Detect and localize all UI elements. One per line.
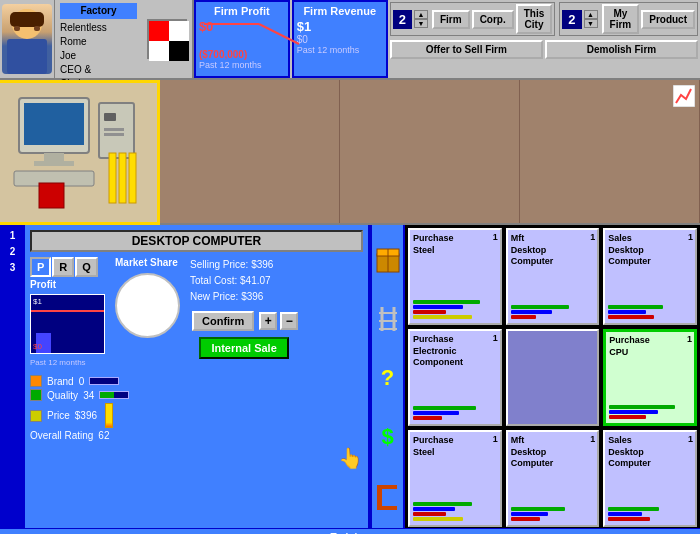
minus-btn[interactable]: − bbox=[280, 312, 298, 330]
bar-blue-3 bbox=[608, 310, 646, 314]
svg-rect-21 bbox=[109, 153, 116, 203]
flow-card-7[interactable]: 1 PurchaseSteel bbox=[408, 430, 502, 527]
flow-card-3-num: 1 bbox=[688, 232, 693, 242]
bar-yellow-1 bbox=[413, 315, 472, 319]
internal-sale-btn[interactable]: Internal Sale bbox=[199, 337, 288, 359]
total-cost-val: $41.07 bbox=[240, 275, 271, 286]
selling-price-val: $396 bbox=[251, 259, 273, 270]
svg-rect-23 bbox=[129, 153, 136, 203]
bar-red-3 bbox=[608, 315, 654, 319]
firm-profit-label: Firm Profit bbox=[199, 5, 285, 17]
flow-card-9-title: SalesDesktopComputer bbox=[608, 435, 692, 470]
price-val: $396 bbox=[75, 410, 97, 421]
hand-icon: 👆 bbox=[30, 446, 363, 470]
bar-red-2 bbox=[511, 315, 536, 319]
btn-corp[interactable]: Corp. bbox=[472, 10, 514, 29]
quality-bar bbox=[100, 392, 114, 398]
flow-card-5 bbox=[506, 329, 600, 426]
scaffold-icon bbox=[374, 305, 402, 333]
tab-q[interactable]: Q bbox=[75, 257, 98, 277]
bar-blue-7 bbox=[413, 507, 455, 511]
profit-chart: $1 $0 bbox=[30, 294, 105, 354]
confirm-btn[interactable]: Confirm bbox=[192, 311, 254, 331]
profit-label: Profit bbox=[30, 279, 105, 290]
svg-rect-8 bbox=[149, 41, 169, 61]
middle-icons: ? $ bbox=[370, 225, 405, 530]
factory-image bbox=[0, 80, 160, 225]
tab-p[interactable]: P bbox=[30, 257, 51, 277]
demolish-btn[interactable]: Demolish Firm bbox=[545, 40, 698, 59]
factory-view bbox=[0, 80, 700, 225]
firm-profit-amount: $0 bbox=[199, 19, 213, 34]
flow-card-8[interactable]: 1 MftDesktopComputer bbox=[506, 430, 600, 527]
chart-icon[interactable] bbox=[673, 85, 695, 109]
bar-blue-8 bbox=[511, 512, 549, 516]
btn-firm[interactable]: Firm bbox=[432, 10, 470, 29]
overall-label: Overall Rating bbox=[30, 430, 93, 441]
counter2-down[interactable]: ▼ bbox=[584, 19, 598, 28]
training-section: Training bbox=[0, 528, 700, 534]
flow-card-1-title: PurchaseSteel bbox=[413, 233, 497, 256]
flow-card-4[interactable]: 1 PurchaseElectronicComponent bbox=[408, 329, 502, 426]
pie-chart bbox=[115, 273, 180, 338]
brand-bar-container bbox=[89, 377, 119, 385]
bar-blue-6 bbox=[609, 410, 658, 414]
svg-rect-35 bbox=[377, 485, 397, 489]
svg-rect-2 bbox=[10, 12, 44, 27]
brand-color bbox=[30, 375, 42, 387]
selling-info: Selling Price: $396 Total Cost: $41.07 N… bbox=[190, 257, 298, 362]
factory-logo bbox=[142, 0, 192, 78]
question-icon[interactable]: ? bbox=[374, 364, 402, 392]
flow-cards-grid: 1 PurchaseSteel 1 MftDesktopComputer bbox=[405, 225, 700, 530]
firm-profit-panel: Firm Profit $0 ($700,000) Past 12 months bbox=[194, 0, 290, 78]
flow-card-9[interactable]: 1 SalesDesktopComputer bbox=[603, 430, 697, 527]
bar-red-8 bbox=[511, 517, 540, 521]
packages-icon bbox=[374, 246, 402, 274]
chart-top-val: $1 bbox=[33, 297, 42, 306]
dollar-icon[interactable]: $ bbox=[374, 423, 402, 451]
plus-btn[interactable]: + bbox=[259, 312, 277, 330]
market-share-section: Market Share bbox=[115, 257, 180, 343]
flow-card-2-bars bbox=[511, 304, 595, 320]
total-cost-label: Total Cost: bbox=[190, 275, 237, 286]
factory-info: Factory Relentless Rome Joe CEO & Chairm… bbox=[55, 0, 142, 78]
bar-red-9 bbox=[608, 517, 650, 521]
flow-card-1[interactable]: 1 PurchaseSteel bbox=[408, 228, 502, 325]
btn-this-city[interactable]: This City bbox=[516, 4, 553, 34]
price-row: Price $396 bbox=[30, 403, 363, 428]
btn-my-firm[interactable]: My Firm bbox=[602, 4, 640, 34]
flow-card-8-title: MftDesktopComputer bbox=[511, 435, 595, 470]
svg-rect-13 bbox=[24, 103, 84, 145]
btn-product[interactable]: Product bbox=[641, 10, 695, 29]
counter2-up[interactable]: ▲ bbox=[584, 10, 598, 19]
flow-card-3[interactable]: 1 SalesDesktopComputer bbox=[603, 228, 697, 325]
offer-sell-btn[interactable]: Offer to Sell Firm bbox=[390, 40, 543, 59]
past-label: Past 12 months bbox=[30, 358, 105, 367]
counter1-up[interactable]: ▲ bbox=[414, 10, 428, 19]
training-icon bbox=[374, 482, 402, 510]
name1: Relentless bbox=[60, 21, 137, 35]
pencil-icon bbox=[105, 403, 113, 428]
quality-row: Quality 34 bbox=[30, 389, 363, 401]
bar-blue-1 bbox=[413, 305, 463, 309]
flow-card-4-num: 1 bbox=[493, 333, 498, 343]
flow-card-2[interactable]: 1 MftDesktopComputer bbox=[506, 228, 600, 325]
flow-card-9-num: 1 bbox=[688, 434, 693, 444]
counter1-down[interactable]: ▼ bbox=[414, 19, 428, 28]
flow-card-7-title: PurchaseSteel bbox=[413, 435, 497, 458]
chart-line bbox=[31, 310, 104, 312]
brand-quality-section: Brand 0 Quality 34 Price bbox=[30, 375, 363, 470]
bar-red-4 bbox=[413, 416, 442, 420]
bar-green-8 bbox=[511, 507, 565, 511]
bar-blue-4 bbox=[413, 411, 459, 415]
prq-section: P R Q Profit $1 $0 Past 12 months bbox=[30, 257, 363, 367]
bar-blue-9 bbox=[608, 512, 641, 516]
flow-card-6[interactable]: 1 PurchaseCPU bbox=[603, 329, 697, 426]
svg-rect-17 bbox=[104, 113, 116, 121]
counter1-value: 2 bbox=[393, 10, 412, 29]
avatar bbox=[0, 0, 55, 78]
tab-r[interactable]: R bbox=[52, 257, 74, 277]
quality-color bbox=[30, 389, 42, 401]
flow-card-1-num: 1 bbox=[493, 232, 498, 242]
sidebar-num-2: 2 bbox=[10, 246, 16, 257]
